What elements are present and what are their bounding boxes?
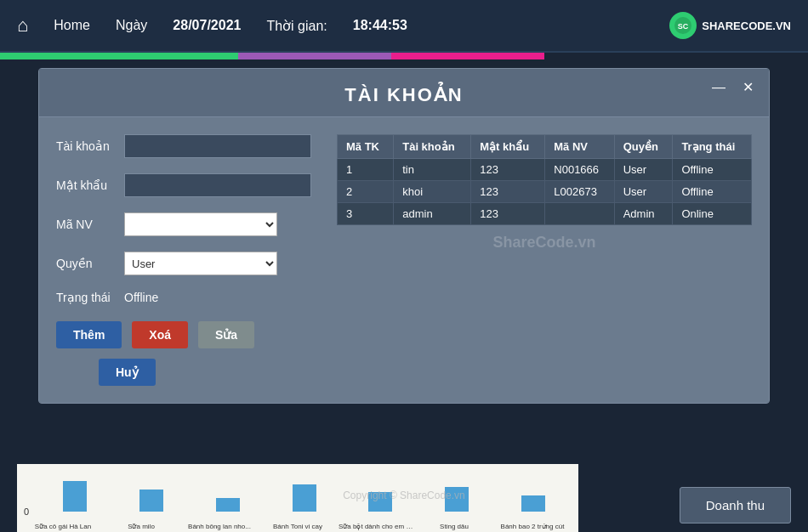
col-taikhoan: Tài khoản: [394, 135, 471, 159]
col-matkhau: Mật khẩu: [471, 135, 545, 159]
date-value: 28/07/2021: [173, 18, 241, 33]
huy-button[interactable]: Huỷ: [99, 359, 156, 386]
modal-body: Tài khoản Mật khẩu Mã NV N001666 L002673: [39, 117, 769, 403]
chart-bar-group: [115, 490, 189, 512]
manv-row: Mã NV N001666 L002673: [56, 212, 311, 236]
table-cell: 123: [471, 203, 545, 225]
table-cell: N001666: [545, 159, 614, 181]
chart-bar-group: [267, 484, 341, 512]
logo-text: SHARECODE.VN: [702, 20, 791, 32]
table-header-row: Mã TK Tài khoản Mật khẩu Mã NV Quyền Trạ…: [338, 135, 752, 159]
chart-x-label: Sữa milo: [104, 523, 179, 530]
col-trangthai: Trạng thái: [673, 135, 752, 159]
home-label: Home: [54, 18, 90, 33]
doanh-thu-button[interactable]: Doanh thu: [680, 487, 791, 524]
xoa-button[interactable]: Xoá: [132, 321, 188, 348]
matkhau-input[interactable]: [124, 173, 311, 197]
logo-circle: SC: [669, 12, 697, 39]
quyen-row: Quyền User Admin: [56, 252, 311, 275]
main-area: TÀI KHOẢN — ✕ Tài khoản Mật khẩu Mã NV: [0, 59, 808, 412]
chart-bar: [293, 484, 316, 512]
table-cell: User: [614, 181, 673, 203]
manv-label: Mã NV: [56, 218, 116, 231]
chart-bar-group: [496, 495, 570, 512]
col-matk: Mã TK: [338, 135, 394, 159]
bar-green: [0, 53, 238, 59]
chart-bar: [139, 490, 163, 512]
taikhoan-row: Tài khoản: [56, 134, 311, 158]
trangthai-value: Offline: [124, 291, 158, 304]
huy-row: Huỷ: [56, 359, 311, 386]
chart-bar: [521, 495, 545, 512]
manv-select[interactable]: N001666 L002673: [124, 212, 277, 236]
sua-button[interactable]: Sửa: [198, 321, 254, 348]
form-section: Tài khoản Mật khẩu Mã NV N001666 L002673: [56, 134, 311, 386]
svg-text:SC: SC: [678, 22, 689, 31]
table-section: Mã TK Tài khoản Mật khẩu Mã NV Quyền Trạ…: [337, 134, 752, 386]
modal-title: TÀI KHOẢN: [344, 84, 463, 106]
watermark: ShareCode.vn: [337, 225, 752, 260]
chart-x-label: Sữa bột dành cho em bé: [339, 523, 413, 530]
table-cell: User: [614, 159, 673, 181]
home-icon: ⌂: [17, 14, 28, 37]
chart-container: 0 Sữa cô gái Hà LanSữa miloBánh bông lan…: [17, 464, 578, 532]
date-label: Ngày: [116, 18, 147, 33]
taikhoan-label: Tài khoản: [56, 139, 116, 153]
close-button[interactable]: ✕: [737, 77, 759, 97]
color-bars: [0, 53, 808, 59]
matkhau-label: Mật khẩu: [56, 178, 116, 192]
bar-rest: [544, 53, 808, 59]
chart-x-label: Bánh Toni vi cay: [260, 523, 335, 530]
copyright: Copyright © ShareCode.vn: [343, 490, 465, 501]
chart-bar: [216, 498, 240, 512]
modal-controls: — ✕: [707, 77, 759, 97]
quyen-label: Quyền: [56, 257, 116, 270]
trangthai-label: Trạng thái: [56, 291, 116, 304]
table-cell: admin: [394, 203, 471, 225]
table-row[interactable]: 3admin123AdminOnline: [338, 203, 752, 225]
chart-x-label: Sữa cô gái Hà Lan: [26, 523, 100, 530]
modal-header: TÀI KHOẢN — ✕: [39, 69, 769, 117]
accounts-table: Mã TK Tài khoản Mật khẩu Mã NV Quyền Trạ…: [337, 134, 752, 225]
table-cell: 3: [338, 203, 394, 225]
quyen-select[interactable]: User Admin: [124, 252, 277, 275]
table-cell: [545, 203, 614, 225]
top-bar: ⌂ Home Ngày 28/07/2021 Thời gian: 18:44:…: [0, 0, 808, 53]
table-cell: Offline: [673, 159, 752, 181]
table-cell: 123: [471, 159, 545, 181]
chart-x-label: Bánh bông lan nho...: [182, 523, 257, 530]
taikhoan-input[interactable]: [124, 134, 311, 158]
table-cell: Offline: [673, 181, 752, 203]
action-buttons: Thêm Xoá Sửa: [56, 321, 311, 348]
table-cell: khoi: [394, 181, 471, 203]
chart-x-label: Sting dâu: [417, 523, 492, 530]
table-cell: 123: [471, 181, 545, 203]
minimize-button[interactable]: —: [707, 77, 731, 97]
table-cell: tin: [394, 159, 471, 181]
chart-x-label: Bánh bao 2 trứng cút: [495, 523, 570, 530]
table-row[interactable]: 1tin123N001666UserOffline: [338, 159, 752, 181]
trangthai-row: Trạng thái Offline: [56, 291, 311, 304]
col-manv: Mã NV: [545, 135, 614, 159]
time-value: 18:44:53: [353, 18, 407, 33]
table-cell: Online: [673, 203, 752, 225]
chart-bar-group: [38, 481, 112, 512]
table-cell: Admin: [614, 203, 673, 225]
chart-bar: [63, 481, 87, 512]
table-cell: 2: [338, 181, 394, 203]
matkhau-row: Mật khẩu: [56, 173, 311, 197]
col-quyen: Quyền: [614, 135, 673, 159]
bar-pink: [391, 53, 544, 59]
table-row[interactable]: 2khoi123L002673UserOffline: [338, 181, 752, 203]
modal-dialog: TÀI KHOẢN — ✕ Tài khoản Mật khẩu Mã NV: [38, 68, 770, 404]
chart-bar-group: [191, 498, 265, 512]
logo-area: SC SHARECODE.VN: [669, 12, 791, 39]
table-cell: 1: [338, 159, 394, 181]
chart-zero-label: 0: [24, 507, 29, 517]
time-label: Thời gian:: [266, 18, 327, 34]
table-cell: L002673: [545, 181, 614, 203]
bar-purple: [238, 53, 391, 59]
them-button[interactable]: Thêm: [56, 321, 122, 348]
doanh-thu-area: Doanh thu: [680, 487, 791, 524]
